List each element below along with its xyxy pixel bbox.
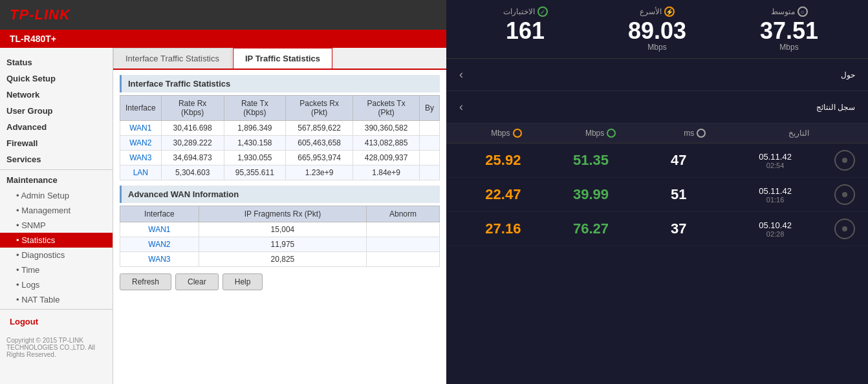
- result-circle-inner: [842, 158, 847, 163]
- sidebar-item-maintenance[interactable]: Maintenance: [0, 172, 113, 188]
- menu-about[interactable]: حول ›: [446, 59, 868, 91]
- col-rate-rx: Rate Rx (Kbps): [161, 96, 224, 121]
- logout-link[interactable]: Logout: [0, 312, 113, 332]
- table-row: WAN2 30,289.222 1,430.158 605,463,658 41…: [120, 136, 440, 151]
- sidebar-item-usergroup[interactable]: User Group: [0, 103, 113, 119]
- col-abnorm: Abnorm: [367, 206, 440, 222]
- stat-fast: ⚡ الأسرع 89.03 Mbps: [591, 6, 723, 52]
- col-by: By: [419, 96, 439, 121]
- cell-by: [419, 151, 439, 165]
- cell-interface: WAN1: [120, 121, 162, 136]
- col-adv-interface: Interface: [120, 206, 199, 222]
- fast-icon: ⚡: [664, 6, 675, 17]
- cell-interface: WAN3: [120, 151, 162, 165]
- cell-rate-tx: 95,355.611: [224, 165, 285, 180]
- cell-rate-rx: 5,304.603: [161, 165, 224, 180]
- sidebar-divider-2: [0, 309, 113, 310]
- cell-by: [419, 165, 439, 180]
- fast-unit: Mbps: [591, 43, 723, 52]
- col-header-date: التاريخ: [742, 129, 855, 138]
- cell-rate-tx: 1,930.055: [224, 151, 285, 165]
- up-col-icon: [513, 129, 522, 138]
- down-col-icon: [607, 129, 616, 138]
- clear-button[interactable]: Clear: [175, 273, 219, 290]
- chevron-about: ›: [459, 68, 463, 81]
- cell-rate-tx: 1,896.349: [224, 121, 285, 136]
- table-row: WAN2 11,975: [120, 237, 440, 252]
- sidebar-item-quicksetup[interactable]: Quick Setup: [0, 70, 113, 87]
- result-ping: 51: [635, 186, 722, 203]
- result-row[interactable]: 05.11.42 01:16 51 39.99 22.47: [446, 178, 868, 212]
- menu-results[interactable]: سجل النتائج ›: [446, 91, 868, 123]
- sidebar-item-services[interactable]: Services: [0, 151, 113, 167]
- sidebar-sub-statistics[interactable]: • Statistics: [0, 233, 113, 248]
- result-row[interactable]: 05.10.42 02:28 37 76.27 27.16: [446, 212, 868, 246]
- cell-adv-interface: WAN1: [120, 222, 199, 237]
- tab-interface-traffic[interactable]: Interface Traffic Statistics: [113, 48, 232, 69]
- fast-label: الأسرع: [640, 7, 662, 16]
- col-ip-frag: IP Fragments Rx (Pkt): [199, 206, 366, 222]
- sidebar-sub-time[interactable]: • Time: [0, 262, 113, 277]
- result-date-main: 05.11.42: [722, 186, 828, 196]
- cell-ip-frag: 20,825: [199, 252, 366, 267]
- fast-value: 89.03: [591, 19, 723, 43]
- result-date: 05.11.42 02:54: [722, 152, 828, 169]
- settings-label: الاختبارات: [503, 7, 535, 16]
- button-row: Refresh Clear Help: [120, 273, 440, 290]
- cell-pkt-rx: 605,463,658: [286, 136, 353, 151]
- col-interface: Interface: [120, 96, 162, 121]
- cell-interface: WAN2: [120, 136, 162, 151]
- stat-settings: ✓ الاختبارات 161: [459, 6, 591, 52]
- top-stats: ○ متوسط 37.51 Mbps ⚡ الأسرع 89.03 Mbps ✓…: [446, 0, 868, 59]
- sidebar-item-firewall[interactable]: Firewall: [0, 135, 113, 151]
- cell-adv-interface: WAN3: [120, 252, 199, 267]
- help-button[interactable]: Help: [222, 273, 263, 290]
- result-row[interactable]: 05.11.42 02:54 47 51.35 25.92: [446, 144, 868, 178]
- cell-abnorm: [367, 222, 440, 237]
- sidebar-sub-diagnostics[interactable]: • Diagnostics: [0, 248, 113, 262]
- ping-col-icon: [697, 129, 706, 138]
- cell-pkt-tx: 1.84e+9: [353, 165, 420, 180]
- sidebar-item-network[interactable]: Network: [0, 87, 113, 103]
- result-date: 05.11.42 01:16: [722, 186, 828, 204]
- sidebar-sub-management[interactable]: • Management: [0, 203, 113, 218]
- sidebar-sub-logs[interactable]: • Logs: [0, 277, 113, 292]
- result-circle-inner: [842, 192, 847, 197]
- sidebar-sub-nattable[interactable]: • NAT Table: [0, 292, 113, 307]
- cell-ip-frag: 15,004: [199, 222, 366, 237]
- tab-ip-traffic[interactable]: IP Traffic Statistics: [233, 48, 332, 69]
- refresh-button[interactable]: Refresh: [120, 273, 171, 290]
- result-ping: 47: [635, 152, 722, 169]
- cell-by: [419, 136, 439, 151]
- col-rate-tx: Rate Tx (Kbps): [224, 96, 285, 121]
- result-circle: [834, 184, 855, 205]
- result-date-main: 05.11.42: [722, 152, 828, 162]
- col-header-down: Mbps: [554, 129, 648, 138]
- results-table-header: التاريخ ms Mbps Mbps: [446, 123, 868, 144]
- sidebar-sub-adminsetup[interactable]: • Admin Setup: [0, 188, 113, 203]
- cell-pkt-rx: 1.23e+9: [286, 165, 353, 180]
- avg-label: متوسط: [771, 7, 795, 16]
- sidebar-sub-snmp[interactable]: • SNMP: [0, 218, 113, 233]
- interface-traffic-table: Interface Rate Rx (Kbps) Rate Tx (Kbps) …: [120, 95, 440, 180]
- cell-rate-tx: 1,430.158: [224, 136, 285, 151]
- result-download: 51.35: [547, 152, 635, 169]
- header: TP-LINK: [0, 0, 446, 30]
- table-row: WAN3 20,825: [120, 252, 440, 267]
- result-upload: 25.92: [459, 152, 547, 169]
- chevron-results: ›: [459, 100, 463, 114]
- logo: TP-LINK: [10, 6, 71, 23]
- cell-rate-rx: 30,289.222: [161, 136, 224, 151]
- avg-icon: ○: [797, 6, 808, 17]
- cell-pkt-rx: 567,859,622: [286, 121, 353, 136]
- result-circle: [834, 219, 855, 239]
- table-row: LAN 5,304.603 95,355.611 1.23e+9 1.84e+9: [120, 165, 440, 180]
- sidebar-item-advanced[interactable]: Advanced: [0, 119, 113, 135]
- cell-pkt-tx: 413,082,885: [353, 136, 420, 151]
- cell-by: [419, 121, 439, 136]
- table-row: WAN3 34,694.873 1,930.055 665,953,974 42…: [120, 151, 440, 165]
- result-date-sub: 01:16: [722, 196, 828, 204]
- sidebar-item-status[interactable]: Status: [0, 54, 113, 70]
- result-date: 05.10.42 02:28: [722, 220, 828, 238]
- result-download: 39.99: [547, 186, 635, 203]
